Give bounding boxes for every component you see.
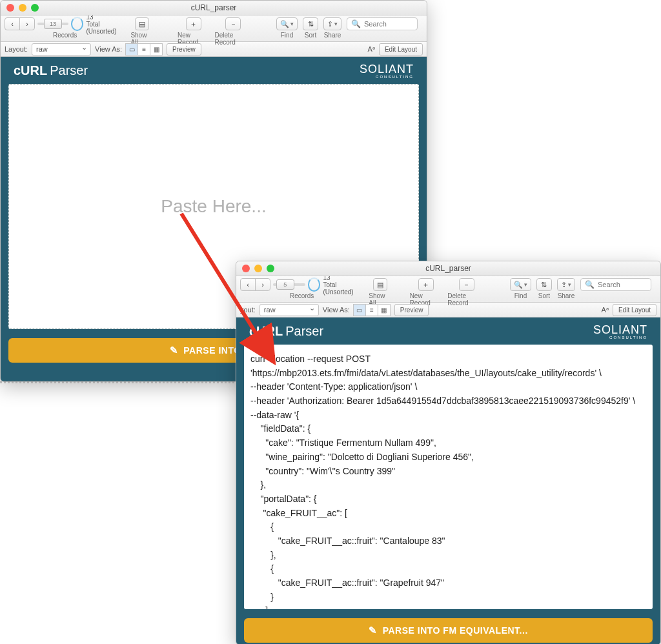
stack-icon: ▤ — [139, 20, 145, 28]
app-title-light: Parser — [50, 63, 88, 78]
chevron-down-icon: ▾ — [524, 281, 527, 288]
spinner-icon — [71, 17, 83, 31]
chevron-down-icon: ▾ — [334, 21, 338, 27]
find-button[interactable]: 🔍▾ — [510, 278, 531, 291]
minimize-icon[interactable] — [254, 265, 262, 272]
app-title-light: Parser — [285, 324, 323, 339]
edit-layout-button[interactable]: Edit Layout — [379, 43, 423, 55]
preview-button[interactable]: Preview — [167, 43, 201, 55]
layout-select[interactable]: raw — [32, 43, 91, 55]
spinner-icon — [308, 277, 321, 292]
chevron-down-icon: ▾ — [290, 21, 294, 27]
sort-icon: ⇅ — [541, 281, 547, 289]
next-record-button[interactable]: › — [255, 278, 270, 291]
stack-icon: ▤ — [377, 281, 383, 289]
minus-icon: － — [463, 280, 470, 290]
paste-placeholder: Paste Here... — [161, 196, 266, 217]
app-title-bold: cURL — [249, 324, 283, 339]
share-icon: ⇪ — [327, 20, 333, 28]
sort-button[interactable]: ⇅ — [303, 17, 318, 30]
viewas-label: View As: — [323, 306, 350, 314]
delete-record-button[interactable]: － — [459, 278, 474, 291]
layout-label: Layout: — [5, 45, 28, 53]
share-icon: ⇪ — [561, 281, 567, 289]
toolbar: ‹ › 5 13 Total (Unsorted) Records ▤ Show… — [236, 276, 660, 303]
search-icon: 🔍 — [280, 20, 289, 28]
brand-logo: SOLIANT CONSULTING — [593, 323, 647, 339]
delete-record-button[interactable]: － — [225, 17, 241, 30]
view-table-button[interactable]: ▦ — [150, 43, 163, 55]
prev-record-button[interactable]: ‹ — [5, 17, 20, 30]
search-input[interactable] — [363, 19, 413, 28]
search-icon: 🔍 — [514, 281, 523, 289]
titlebar[interactable]: cURL_parser — [236, 261, 660, 276]
status-bar: Layout: raw View As: ▭ ≡ ▦ Preview Aᵃ Ed… — [1, 42, 427, 57]
share-button[interactable]: ⇪▾ — [557, 278, 575, 291]
minus-icon: － — [230, 19, 237, 29]
titlebar[interactable]: cURL_parser — [1, 1, 427, 15]
app-title-bold: cURL — [14, 63, 47, 78]
record-counter: 13 Total (Unsorted) — [86, 14, 125, 35]
next-record-button[interactable]: › — [19, 17, 35, 30]
close-icon[interactable] — [242, 265, 250, 272]
search-input[interactable] — [596, 280, 647, 289]
view-form-button[interactable]: ▭ — [353, 304, 366, 316]
view-list-button[interactable]: ≡ — [365, 304, 378, 316]
search-box[interactable]: 🔍 — [347, 17, 418, 30]
viewas-label: View As: — [95, 45, 122, 53]
share-button[interactable]: ⇪▾ — [323, 17, 341, 30]
new-record-button[interactable]: ＋ — [418, 278, 434, 291]
text-format-icon[interactable]: Aᵃ — [368, 45, 375, 54]
edit-layout-button[interactable]: Edit Layout — [613, 304, 656, 316]
search-icon: 🔍 — [351, 19, 361, 28]
prev-record-button[interactable]: ‹ — [240, 278, 256, 291]
sort-icon: ⇅ — [308, 20, 314, 28]
zoom-icon[interactable] — [31, 4, 39, 12]
app-body: cURL Parser SOLIANT CONSULTING curl --lo… — [236, 317, 660, 644]
plus-icon: ＋ — [190, 19, 197, 29]
show-all-button[interactable]: ▤ — [135, 17, 149, 30]
edit-icon: ✎ — [170, 345, 179, 356]
view-table-button[interactable]: ▦ — [378, 304, 391, 316]
search-icon: 🔍 — [585, 280, 595, 289]
preview-button[interactable]: Preview — [394, 304, 429, 316]
window-title: cURL_parser — [236, 264, 660, 273]
minimize-icon[interactable] — [19, 4, 26, 12]
record-counter: 13 Total (Unsorted) — [323, 274, 363, 296]
parse-button[interactable]: ✎ PARSE INTO FM EQUIVALENT... — [244, 618, 653, 643]
sort-button[interactable]: ⇅ — [536, 278, 552, 291]
window-title: cURL_parser — [1, 3, 427, 12]
view-list-button[interactable]: ≡ — [137, 43, 150, 55]
record-slider[interactable]: 5 — [273, 283, 305, 286]
toolbar: ‹ › 13 13 Total (Unsorted) Records ▤ Sho… — [1, 15, 427, 42]
close-icon[interactable] — [6, 4, 14, 12]
chevron-down-icon: ▾ — [568, 281, 571, 288]
record-slider[interactable]: 13 — [37, 23, 68, 25]
brand-logo: SOLIANT CONSULTING — [360, 63, 414, 79]
show-all-button[interactable]: ▤ — [373, 278, 387, 291]
text-format-icon[interactable]: Aᵃ — [602, 306, 609, 314]
plus-icon: ＋ — [422, 280, 429, 290]
code-textarea[interactable]: curl --location --request POST 'https://… — [244, 345, 653, 609]
layout-label: yout: — [240, 306, 256, 314]
layout-select[interactable]: raw — [259, 304, 319, 316]
new-record-button[interactable]: ＋ — [186, 17, 201, 30]
view-form-button[interactable]: ▭ — [125, 43, 138, 55]
window-curl-parser-filled: cURL_parser ‹ › 5 13 Total (Unsorted) Re… — [236, 261, 661, 644]
zoom-icon[interactable] — [267, 265, 274, 272]
search-box[interactable]: 🔍 — [580, 278, 651, 291]
edit-icon: ✎ — [369, 625, 378, 636]
find-button[interactable]: 🔍▾ — [276, 17, 298, 30]
